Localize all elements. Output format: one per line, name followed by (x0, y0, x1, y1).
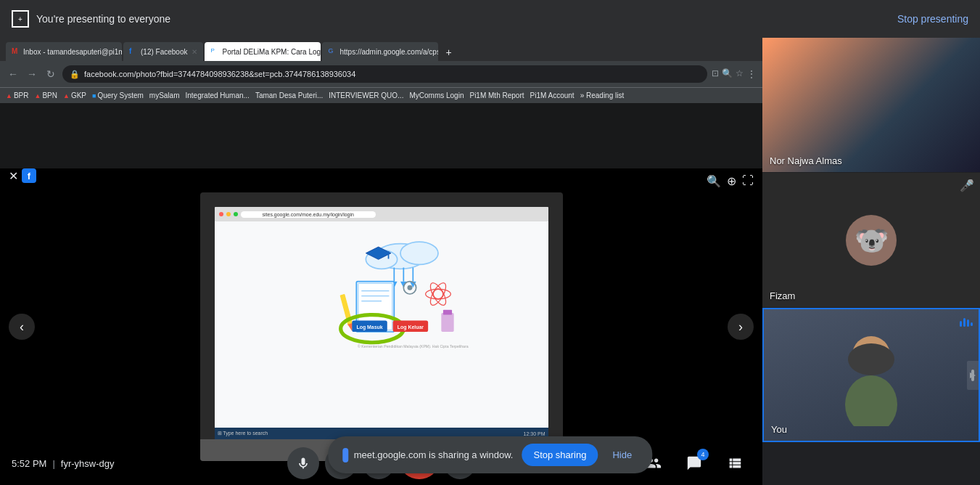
bookmark-gkp[interactable]: ▲GKP (63, 91, 86, 99)
browser-star-icon[interactable]: ☆ (736, 68, 744, 80)
tab-portal-label: Portal DELiMa KPM: Cara Login ... (222, 48, 321, 56)
tab-admin[interactable]: G https://admin.google.com/a/cps... ✕ (322, 42, 438, 61)
participant-tile-najwa: Nor Najwa Almas (762, 38, 980, 172)
svg-rect-35 (971, 322, 973, 326)
participant-name-najwa: Nor Najwa Almas (770, 155, 842, 166)
new-tab-button[interactable]: + (440, 44, 457, 61)
bookmark-pi1m-account[interactable]: Pi1M Account (530, 91, 575, 99)
bottom-time-id: 5:52 PM | fyr-yhsw-dgy (12, 458, 115, 469)
laptop-screen: sites.google.com/moe.edu.my/login/login (215, 207, 548, 447)
tab-admin-label: https://admin.google.com/a/cps... (339, 48, 438, 56)
sharing-indicator: meet.google.com is sharing a window. (342, 448, 514, 462)
browser-actions: ⊡ 🔍 ☆ ⋮ (712, 68, 757, 80)
browser-forward-button[interactable]: → (25, 67, 39, 81)
fb-close-button[interactable]: ✕ (6, 168, 20, 183)
tab-portal[interactable]: P Portal DELiMa KPM: Cara Login ... ✕ (205, 42, 321, 61)
lock-icon: 🔒 (70, 70, 80, 79)
sharing-notification: meet.google.com is sharing a window. Sto… (328, 436, 652, 473)
fizam-mute-icon: 🎤 (960, 179, 974, 192)
bookmark-integrated[interactable]: Integrated Human... (186, 91, 250, 99)
browser-tabs: M Inbox - tamandesaputeri@pi1m... ✕ f (1… (0, 38, 762, 61)
image-prev-button[interactable]: ‹ (9, 314, 35, 340)
sidebar-drag-handle[interactable] (967, 361, 979, 390)
bookmark-mycomms[interactable]: MyComms Login (409, 91, 464, 99)
svg-rect-33 (963, 318, 965, 327)
bookmark-reading[interactable]: » Reading list (580, 91, 625, 99)
svg-rect-19 (441, 313, 453, 332)
zoom-in-icon[interactable]: ⊕ (727, 174, 736, 188)
stop-sharing-button[interactable]: Stop sharing (522, 444, 598, 466)
zoom-out-icon[interactable]: 🔍 (707, 174, 721, 188)
laptop-image: sites.google.com/moe.edu.my/login/login (200, 192, 563, 461)
hide-button[interactable]: Hide (606, 444, 638, 466)
browser-search-icon[interactable]: 🔍 (722, 68, 733, 80)
bookmark-bpn[interactable]: ▲BPN (34, 91, 57, 99)
tab-facebook-close[interactable]: ✕ (192, 48, 197, 56)
mic-button[interactable] (287, 447, 319, 479)
participant-tile-you: You (762, 308, 980, 442)
bookmark-query[interactable]: ■Query System (92, 91, 144, 99)
svg-text:Log Masuk: Log Masuk (356, 325, 382, 330)
sharing-dot (342, 448, 348, 462)
browser-cast-icon[interactable]: ⊡ (712, 68, 719, 80)
fb-logo: f (22, 168, 36, 183)
tab-facebook[interactable]: f (12) Facebook ✕ (123, 42, 203, 61)
login-browser-bar: sites.google.com/moe.edu.my/login/login (215, 207, 548, 221)
svg-text:© Kementerian Pendidikan Malay: © Kementerian Pendidikan Malaysia (KPM).… (358, 344, 469, 349)
svg-rect-20 (442, 310, 451, 315)
svg-point-30 (845, 375, 897, 426)
admin-favicon: G (328, 47, 337, 56)
svg-rect-34 (967, 319, 969, 327)
browser-chrome: M Inbox - tamandesaputeri@pi1m... ✕ f (1… (0, 38, 762, 103)
chat-button[interactable]: 4 (678, 447, 710, 479)
bpn-icon: ▲ (34, 92, 41, 99)
browser-content: ✕ f ‹ › 🔍 ⊕ ⛶ (0, 103, 762, 485)
bookmark-pi1m-mth[interactable]: Pi1M Mth Report (469, 91, 524, 99)
bookmark-taman[interactable]: Taman Desa Puteri... (255, 91, 323, 99)
bookmark-interviewer[interactable]: INTERVIEWER QUO... (329, 91, 403, 99)
tab-gmail-label: Inbox - tamandesaputeri@pi1m... (23, 48, 122, 56)
image-controls: 🔍 ⊕ ⛶ (707, 174, 754, 188)
login-content: Log Masuk Log Keluar © Kementerian Pendi… (215, 221, 548, 367)
svg-rect-32 (960, 321, 962, 327)
meeting-id: fyr-yhsw-dgy (61, 458, 115, 469)
browser-window: M Inbox - tamandesaputeri@pi1m... ✕ f (1… (0, 38, 762, 485)
you-video (764, 309, 979, 441)
sharing-message: meet.google.com is sharing a window. (354, 449, 514, 460)
tab-facebook-label: (12) Facebook (141, 48, 187, 56)
browser-toolbar: ← → ↻ 🔒 facebook.com/photo?fbid=37447840… (0, 61, 762, 87)
bookmark-bpr[interactable]: ▲BPR (6, 91, 28, 99)
chat-badge: 4 (697, 449, 709, 460)
login-address-bar-text: sites.google.com/moe.edu.my/login/login (241, 211, 376, 218)
taskbar-time: 12:30 PM (524, 431, 545, 436)
query-icon: ■ (92, 92, 96, 99)
fullscreen-icon[interactable]: ⛶ (742, 174, 754, 188)
browser-back-button[interactable]: ← (6, 67, 20, 81)
svg-text:Log Keluar: Log Keluar (397, 325, 423, 330)
facebook-favicon: f (129, 47, 138, 56)
participant-name-fizam: Fizam (770, 290, 795, 301)
tab-gmail[interactable]: M Inbox - tamandesaputeri@pi1m... ✕ (6, 42, 122, 61)
top-bar: + You're presenting to everyone Stop pre… (0, 0, 980, 38)
svg-point-31 (848, 343, 894, 375)
gmail-favicon: M (12, 47, 20, 56)
stop-presenting-button[interactable]: Stop presenting (897, 13, 968, 25)
portal-favicon: P (210, 47, 219, 56)
login-page: sites.google.com/moe.edu.my/login/login (215, 207, 548, 447)
image-next-button[interactable]: › (728, 314, 754, 340)
activities-button[interactable] (719, 447, 751, 479)
svg-point-16 (425, 289, 450, 299)
browser-address-bar[interactable]: 🔒 facebook.com/photo?fbid=37447840989362… (62, 65, 707, 83)
sidebar: Nor Najwa Almas 🐨 Fizam 🎤 You (762, 38, 980, 485)
meeting-time: 5:52 PM (12, 458, 46, 469)
fizam-avatar: 🐨 (846, 215, 897, 266)
browser-more-icon[interactable]: ⋮ (746, 68, 757, 80)
taskbar-start: ⊞ Type here to search (218, 431, 268, 436)
participant-tile-fizam: 🐨 Fizam 🎤 (762, 173, 980, 307)
svg-rect-12 (387, 251, 389, 258)
browser-refresh-button[interactable]: ↻ (44, 67, 58, 81)
address-text: facebook.com/photo?fbid=3744784098936238… (84, 70, 355, 78)
login-illustration: Log Masuk Log Keluar © Kementerian Pendi… (287, 229, 476, 359)
bookmark-mysalam[interactable]: mySalam (149, 91, 180, 99)
you-speaking-icon (958, 315, 973, 333)
